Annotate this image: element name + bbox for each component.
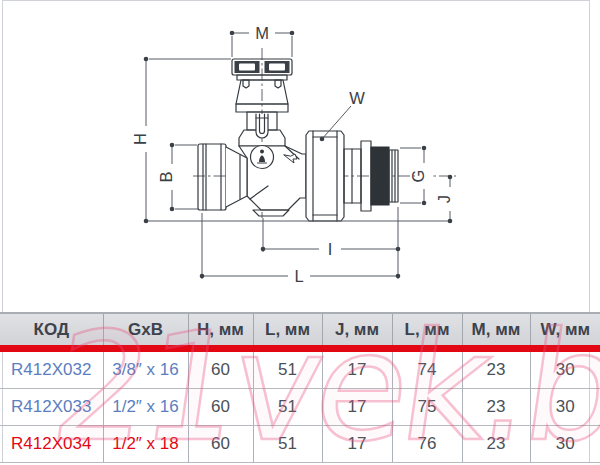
cell-gxb: 1/2″ x 16 [103, 389, 188, 426]
male-thread-end [344, 141, 398, 211]
header-cell-gxb: GxB [103, 313, 188, 349]
cell-l2: 75 [392, 389, 462, 426]
cell-j: 17 [322, 349, 392, 389]
cell-l1: 51 [253, 426, 322, 463]
cell-j: 17 [322, 426, 392, 463]
cell-w: 30 [530, 349, 600, 389]
valve-body-drawing [198, 59, 398, 221]
cell-l2: 76 [392, 426, 462, 463]
cell-gxb: 1/2″ x 18 [103, 426, 188, 463]
left-tail-connector [198, 144, 247, 210]
cell-h: 60 [188, 349, 253, 389]
cell-gxb: 3/8″ x 16 [103, 349, 188, 389]
cell-h: 60 [188, 426, 253, 463]
cell-code: R412X032 [0, 349, 103, 389]
cell-w: 30 [530, 389, 600, 426]
table-header-row: КОД GxB H, мм L, мм J, мм L, мм M, мм W,… [0, 313, 600, 349]
product-spec-card: M W H B G J I L КОД GxB H, мм L, мм J, м… [0, 0, 600, 465]
header-cell-code: КОД [0, 313, 103, 349]
table-row-highlighted: R412X034 1/2″ x 18 60 51 17 76 23 30 [0, 426, 600, 463]
header-cell-h: H, мм [188, 313, 253, 349]
header-cell-w: W, мм [530, 313, 600, 349]
dimension-label-w: W [349, 89, 365, 107]
table-row: R412X032 3/8″ x 16 60 51 17 74 23 30 [0, 349, 600, 389]
cell-l1: 51 [253, 349, 322, 389]
dimension-label-h: H [131, 133, 149, 145]
header-cell-l1: L, мм [253, 313, 322, 349]
table-row: R412X033 1/2″ x 16 60 51 17 75 23 30 [0, 389, 600, 426]
cell-j: 17 [322, 389, 392, 426]
cell-m: 23 [462, 426, 530, 463]
dimension-label-i: I [328, 240, 333, 258]
union-nut-right [306, 131, 344, 221]
dimension-label-l: L [294, 267, 303, 285]
cell-m: 23 [462, 389, 530, 426]
cell-m: 23 [462, 349, 530, 389]
header-cell-j: J, мм [322, 313, 392, 349]
dimension-label-j: J [435, 195, 453, 203]
cell-w: 30 [530, 426, 600, 463]
cell-l1: 51 [253, 389, 322, 426]
cell-code: R412X033 [0, 389, 103, 426]
cell-l2: 74 [392, 349, 462, 389]
dimension-label-g: G [409, 170, 427, 183]
brand-logo-icon [251, 146, 274, 169]
cell-h: 60 [188, 389, 253, 426]
header-cell-l2: L, мм [392, 313, 462, 349]
dimension-label-b: B [157, 171, 175, 182]
spec-table: КОД GxB H, мм L, мм J, мм L, мм M, мм W,… [0, 312, 600, 463]
cell-code: R412X034 [0, 426, 103, 463]
valve-technical-drawing: M W H B G J I L [0, 0, 600, 312]
header-cell-m: M, мм [462, 313, 530, 349]
valve-stem [256, 114, 268, 138]
dimension-label-m: M [255, 24, 269, 42]
